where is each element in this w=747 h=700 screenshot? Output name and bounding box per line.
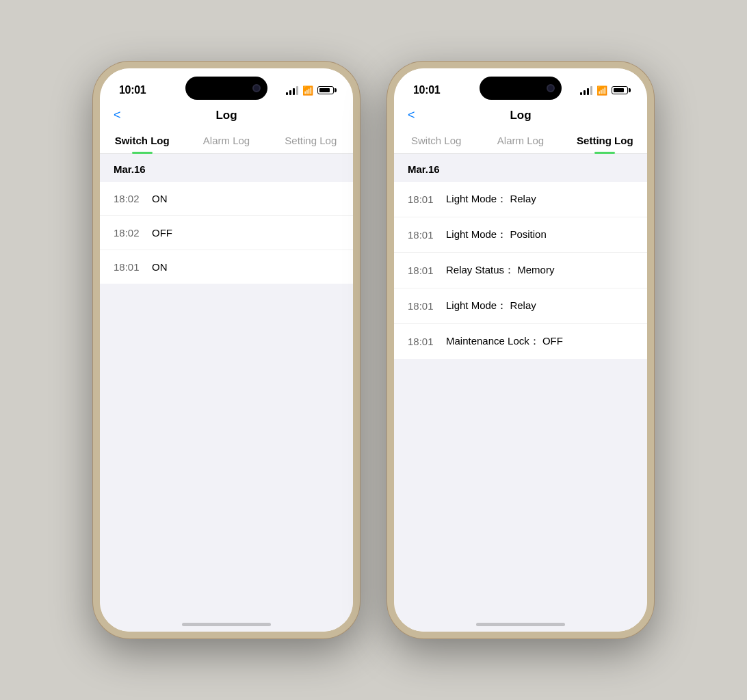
log-value: OFF [152, 227, 172, 239]
log-value: Maintenance Lock： OFF [446, 335, 563, 348]
home-indicator-2 [476, 623, 565, 626]
tab-setting-log-1[interactable]: Setting Log [269, 135, 353, 153]
log-time: 18:01 [408, 229, 435, 241]
log-time: 18:02 [114, 227, 141, 239]
log-value: Light Mode： Position [446, 228, 547, 241]
phone-2: 10:01 📶 < Log [387, 62, 654, 638]
screen-content-1: < Log Switch Log Alarm Log Setting Log M… [100, 103, 353, 632]
status-time-2: 10:01 [413, 84, 440, 96]
status-bar-1: 10:01 📶 [100, 68, 353, 103]
content-2: Mar.16 18:01 Light Mode： Relay 18:01 Lig… [394, 154, 647, 632]
log-item-2-1: 18:01 Light Mode： Position [394, 217, 647, 253]
tab-switch-log-1[interactable]: Switch Log [100, 135, 184, 153]
nav-title-1: Log [215, 109, 237, 122]
log-list-2: 18:01 Light Mode： Relay 18:01 Light Mode… [394, 182, 647, 359]
back-button-1[interactable]: < [114, 108, 134, 122]
log-item-2-2: 18:01 Relay Status： Memory [394, 253, 647, 288]
signal-icon-1 [286, 85, 298, 95]
log-time: 18:01 [408, 265, 435, 276]
signal-icon-2 [580, 85, 592, 95]
home-indicator-1 [182, 623, 271, 626]
status-bar-2: 10:01 📶 [394, 68, 647, 103]
log-item-2-3: 18:01 Light Mode： Relay [394, 288, 647, 324]
tabs-1: Switch Log Alarm Log Setting Log [100, 128, 353, 154]
log-value: Light Mode： Relay [446, 299, 536, 312]
log-item-2-4: 18:01 Maintenance Lock： OFF [394, 324, 647, 359]
tab-alarm-log-1[interactable]: Alarm Log [184, 135, 268, 153]
log-value: Relay Status： Memory [446, 264, 554, 277]
tab-alarm-log-2[interactable]: Alarm Log [478, 135, 562, 153]
log-item-1-0: 18:02 ON [100, 182, 353, 216]
status-icons-2: 📶 [580, 85, 628, 96]
log-value: ON [152, 193, 168, 204]
tabs-2: Switch Log Alarm Log Setting Log [394, 128, 647, 154]
battery-icon-2 [612, 86, 628, 94]
dynamic-island-2 [480, 77, 562, 100]
log-time: 18:01 [408, 193, 435, 205]
phone-frame-2: 10:01 📶 < Log [387, 62, 654, 638]
nav-bar-2: < Log [394, 103, 647, 128]
log-item-1-2: 18:01 ON [100, 250, 353, 284]
status-time-1: 10:01 [119, 84, 146, 96]
phone-screen-2: 10:01 📶 < Log [394, 68, 647, 632]
content-1: Mar.16 18:02 ON 18:02 OFF 18:01 ON [100, 154, 353, 632]
log-value: ON [152, 261, 168, 273]
screen-content-2: < Log Switch Log Alarm Log Setting Log M… [394, 103, 647, 632]
log-list-1: 18:02 ON 18:02 OFF 18:01 ON [100, 182, 353, 284]
status-icons-1: 📶 [286, 85, 334, 96]
date-header-1: Mar.16 [100, 154, 353, 182]
tab-setting-log-2[interactable]: Setting Log [563, 135, 647, 153]
camera-dot-1 [252, 84, 261, 92]
log-time: 18:01 [408, 300, 435, 312]
camera-dot-2 [547, 84, 555, 92]
log-item-2-0: 18:01 Light Mode： Relay [394, 182, 647, 217]
date-header-2: Mar.16 [394, 154, 647, 182]
wifi-icon-2: 📶 [597, 85, 607, 96]
phone-frame-1: 10:01 📶 < Log [93, 62, 360, 638]
phone-1: 10:01 📶 < Log [93, 62, 360, 638]
wifi-icon-1: 📶 [302, 85, 313, 96]
battery-icon-1 [317, 86, 334, 94]
log-time: 18:01 [408, 336, 435, 347]
log-time: 18:02 [114, 193, 141, 204]
back-button-2[interactable]: < [408, 108, 428, 122]
log-value: Light Mode： Relay [446, 193, 536, 206]
dynamic-island-1 [185, 77, 267, 100]
log-item-1-1: 18:02 OFF [100, 216, 353, 250]
phone-screen-1: 10:01 📶 < Log [100, 68, 353, 632]
nav-bar-1: < Log [100, 103, 353, 128]
tab-switch-log-2[interactable]: Switch Log [394, 135, 478, 153]
nav-title-2: Log [510, 109, 531, 122]
log-time: 18:01 [114, 261, 141, 273]
